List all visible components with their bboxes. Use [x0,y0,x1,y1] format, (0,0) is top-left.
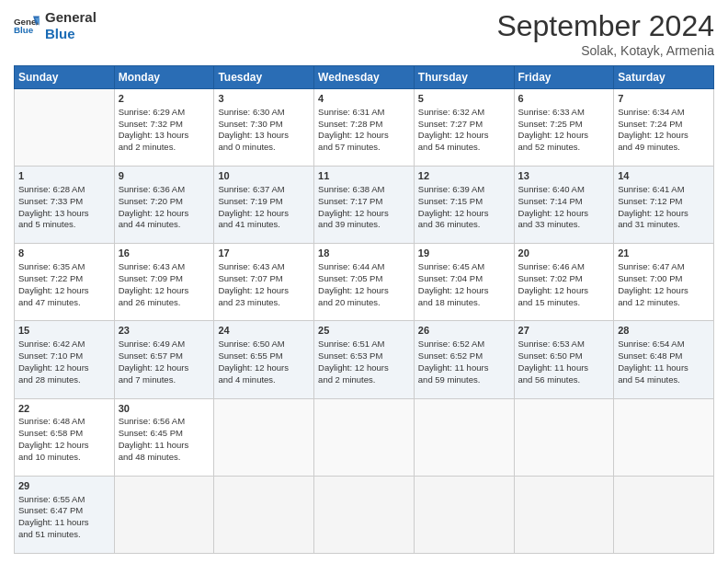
day-info: Sunset: 7:09 PM [119,273,210,285]
calendar-header-row: Sunday Monday Tuesday Wednesday Thursday… [15,66,714,89]
calendar-cell: 14Sunrise: 6:41 AMSunset: 7:12 PMDayligh… [614,167,714,244]
logo-line1: General [45,9,97,26]
day-info: Sunrise: 6:41 AM [618,184,710,196]
day-info: and 54 minutes. [618,374,710,386]
day-info: and 4 minutes. [218,374,310,386]
day-number: 17 [218,247,310,260]
day-info: Daylight: 12 hours [318,285,410,297]
calendar-cell [15,89,115,167]
day-info: Sunset: 7:15 PM [418,196,510,208]
day-number: 23 [119,324,210,338]
calendar-cell: 30Sunrise: 6:56 AMSunset: 6:45 PMDayligh… [114,398,214,476]
calendar-cell: 11Sunrise: 6:38 AMSunset: 7:17 PMDayligh… [314,167,415,244]
day-info: Sunrise: 6:48 AM [18,416,110,428]
col-saturday: Saturday [614,66,714,89]
day-info: Sunrise: 6:53 AM [518,339,610,350]
calendar-cell: 22Sunrise: 6:48 AMSunset: 6:58 PMDayligh… [15,398,115,476]
day-info: and 54 minutes. [418,142,510,154]
calendar-cell [414,476,514,553]
day-info: Daylight: 12 hours [618,208,710,220]
day-info: and 39 minutes. [318,219,410,231]
day-info: and 26 minutes. [119,297,210,309]
day-info: and 41 minutes. [218,219,310,231]
calendar-cell: 6Sunrise: 6:33 AMSunset: 7:25 PMDaylight… [514,89,614,167]
day-info: Sunrise: 6:36 AM [119,184,210,196]
calendar-cell: 27Sunrise: 6:53 AMSunset: 6:50 PMDayligh… [514,321,614,398]
day-info: Sunrise: 6:37 AM [218,184,310,196]
calendar-cell: 1Sunrise: 6:28 AMSunset: 7:33 PMDaylight… [15,167,115,244]
day-info: Daylight: 12 hours [418,130,510,142]
day-info: and 59 minutes. [418,374,510,386]
day-number: 27 [518,324,610,338]
day-info: Sunset: 6:50 PM [518,350,610,362]
day-info: Sunrise: 6:46 AM [518,261,610,273]
day-info: Daylight: 11 hours [418,362,510,374]
day-info: and 0 minutes. [218,142,310,154]
col-wednesday: Wednesday [314,66,415,89]
day-info: and 36 minutes. [418,219,510,231]
day-info: Sunrise: 6:30 AM [218,107,310,119]
day-info: and 44 minutes. [119,219,210,231]
day-info: Sunset: 7:02 PM [518,273,610,285]
calendar-cell: 9Sunrise: 6:36 AMSunset: 7:20 PMDaylight… [114,167,214,244]
day-number: 24 [218,324,310,338]
day-info: Daylight: 12 hours [518,208,610,220]
day-info: Sunset: 7:05 PM [318,273,410,285]
day-info: Daylight: 11 hours [618,362,710,374]
day-info: Sunset: 6:52 PM [418,350,510,362]
day-number: 3 [218,92,310,106]
day-info: Sunset: 7:10 PM [18,350,110,362]
calendar-cell: 12Sunrise: 6:39 AMSunset: 7:15 PMDayligh… [414,167,514,244]
day-number: 7 [618,92,710,106]
calendar-table: Sunday Monday Tuesday Wednesday Thursday… [14,65,714,554]
day-info: Daylight: 12 hours [119,362,210,374]
day-info: Sunrise: 6:45 AM [418,261,510,273]
calendar-cell: 19Sunrise: 6:45 AMSunset: 7:04 PMDayligh… [414,244,514,321]
day-info: Sunset: 7:14 PM [518,196,610,208]
day-info: Sunrise: 6:35 AM [18,261,110,273]
day-info: and 18 minutes. [418,297,510,309]
day-info: Sunrise: 6:40 AM [518,184,610,196]
logo-line2: Blue [45,26,97,42]
calendar-cell: 25Sunrise: 6:51 AMSunset: 6:53 PMDayligh… [314,321,415,398]
calendar-week-row: 29Sunrise: 6:55 AMSunset: 6:47 PMDayligh… [15,476,714,553]
calendar-cell: 29Sunrise: 6:55 AMSunset: 6:47 PMDayligh… [15,476,115,553]
day-info: and 33 minutes. [518,219,610,231]
day-info: Sunset: 7:27 PM [418,119,510,131]
day-number: 6 [518,92,610,106]
calendar-cell: 24Sunrise: 6:50 AMSunset: 6:55 PMDayligh… [214,321,314,398]
calendar-cell: 2Sunrise: 6:29 AMSunset: 7:32 PMDaylight… [114,89,214,167]
day-info: Daylight: 12 hours [618,130,710,142]
day-info: Sunrise: 6:33 AM [518,107,610,119]
day-info: Sunset: 6:53 PM [318,350,410,362]
calendar-cell [514,398,614,476]
day-info: and 47 minutes. [18,297,110,309]
calendar-week-row: 22Sunrise: 6:48 AMSunset: 6:58 PMDayligh… [15,398,714,476]
day-info: Sunset: 6:57 PM [119,350,210,362]
day-info: Daylight: 11 hours [18,517,110,529]
col-thursday: Thursday [414,66,514,89]
day-info: Sunset: 6:48 PM [618,350,710,362]
day-info: and 15 minutes. [518,297,610,309]
calendar-cell [614,476,714,553]
day-info: Sunrise: 6:43 AM [119,261,210,273]
day-info: Sunrise: 6:47 AM [618,261,710,273]
day-info: Daylight: 12 hours [218,285,310,297]
day-info: Daylight: 12 hours [518,285,610,297]
day-info: Daylight: 12 hours [218,208,310,220]
day-info: Sunrise: 6:32 AM [418,107,510,119]
day-info: Daylight: 12 hours [18,285,110,297]
day-info: Sunrise: 6:44 AM [318,261,410,273]
day-number: 15 [18,324,110,338]
day-info: Sunrise: 6:43 AM [218,261,310,273]
day-info: Sunrise: 6:28 AM [18,184,110,196]
calendar-cell: 10Sunrise: 6:37 AMSunset: 7:19 PMDayligh… [214,167,314,244]
day-info: and 2 minutes. [119,142,210,154]
day-info: and 12 minutes. [618,297,710,309]
day-info: and 10 minutes. [18,452,110,464]
day-info: and 48 minutes. [119,452,210,464]
logo: General Blue General Blue [14,9,97,42]
day-info: Daylight: 12 hours [418,285,510,297]
day-info: Sunset: 7:25 PM [518,119,610,131]
day-info: and 5 minutes. [18,219,110,231]
